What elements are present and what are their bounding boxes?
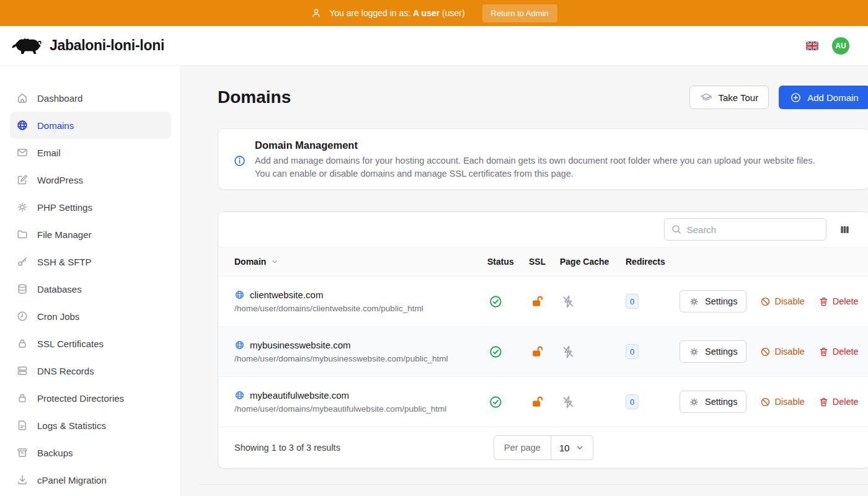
columns-icon [839, 224, 851, 236]
info-icon [233, 154, 246, 167]
sidebar-item-domains[interactable]: Domains [10, 112, 171, 139]
key-icon [16, 255, 29, 268]
boar-logo [11, 35, 42, 57]
table-header-row: Domain Status SSL Page Cache Redirects [218, 247, 868, 277]
banner-text: You are logged in as: A user (user) [329, 8, 464, 18]
slash-circle-icon [760, 347, 771, 357]
column-header-domain[interactable]: Domain [218, 257, 487, 267]
results-summary: Showing 1 to 3 of 3 results [234, 443, 340, 453]
globe-icon [234, 390, 245, 401]
domain-name[interactable]: clientwebsite.com [250, 290, 323, 300]
gear-icon [16, 201, 29, 213]
banner-username: A user [413, 8, 440, 18]
sidebar-item-logs-statistics[interactable]: Logs & Statistics [10, 412, 171, 439]
search-icon [671, 224, 682, 235]
column-header-ssl: SSL [529, 257, 560, 267]
globe-icon [16, 119, 29, 131]
sidebar-item-php-settings[interactable]: PHP Settings [10, 193, 171, 221]
domains-table-card: Domain Status SSL Page Cache Redirects c… [218, 211, 868, 469]
sidebar-item-databases[interactable]: Databases [10, 275, 171, 303]
trash-icon [818, 397, 829, 407]
delete-button[interactable]: Delete [818, 397, 859, 407]
folder-icon [16, 228, 29, 241]
page-cache-off-icon[interactable] [561, 395, 575, 409]
table-row: mybeautifulwebsite.com /home/user/domain… [218, 377, 868, 427]
chevron-down-icon [270, 257, 279, 266]
per-page-select[interactable]: 10 [551, 436, 593, 459]
domain-path: /home/user/domains/clientwebsite.com/pub… [234, 304, 487, 313]
settings-button[interactable]: Settings [680, 290, 746, 312]
sidebar: Dashboard Domains Email WordPress PHP Se… [0, 66, 180, 496]
server-icon [16, 365, 29, 377]
trash-icon [818, 347, 829, 357]
impersonation-banner: You are logged in as: A user (user) Retu… [0, 0, 868, 26]
table-row: clientwebsite.com /home/user/domains/cli… [218, 277, 868, 327]
edit-icon [16, 174, 29, 186]
disable-button[interactable]: Disable [760, 347, 804, 357]
avatar[interactable]: AU [832, 37, 849, 55]
sidebar-item-ssl-certificates[interactable]: SSL Certificates [10, 330, 171, 357]
redirects-count-badge[interactable]: 0 [626, 344, 639, 359]
database-icon [16, 283, 29, 295]
domain-name[interactable]: mybeautifulwebsite.com [250, 390, 349, 401]
search-input[interactable] [687, 224, 820, 235]
home-icon [16, 92, 29, 104]
domain-name[interactable]: mybusinesswebsite.com [250, 340, 351, 350]
table-row: mybusinesswebsite.com /home/user/domains… [218, 327, 868, 377]
sidebar-item-protected-directories[interactable]: Protected Directories [10, 384, 171, 412]
lock-icon [16, 337, 29, 350]
status-enabled-icon [489, 294, 503, 309]
per-page-label: Per page [494, 436, 551, 459]
gear-icon [689, 347, 699, 357]
archive-icon [16, 446, 29, 459]
banner-role: (user) [442, 8, 465, 18]
sidebar-item-dashboard[interactable]: Dashboard [10, 84, 171, 112]
ssl-unlocked-icon[interactable] [530, 345, 544, 359]
clock-icon [16, 310, 29, 322]
delete-button[interactable]: Delete [818, 296, 859, 307]
brand-title: Jabaloni-loni-loni [50, 37, 164, 54]
domain-path: /home/user/domains/mybeautifulwebsite.co… [234, 404, 487, 414]
delete-button[interactable]: Delete [818, 347, 859, 357]
ssl-unlocked-icon[interactable] [530, 294, 544, 309]
info-card-description: Add and manage domains for your hosting … [255, 154, 819, 180]
sidebar-item-cpanel-migration[interactable]: cPanel Migration [10, 466, 171, 494]
bottom-divider [198, 484, 868, 485]
page-cache-off-icon[interactable] [561, 294, 575, 309]
status-enabled-icon [489, 345, 503, 359]
disable-button[interactable]: Disable [760, 397, 804, 407]
person-icon [311, 7, 322, 19]
plus-circle-icon [790, 92, 802, 104]
page-cache-off-icon[interactable] [561, 345, 575, 359]
sidebar-item-wordpress[interactable]: WordPress [10, 166, 171, 193]
table-footer: Showing 1 to 3 of 3 results Per page 10 [218, 427, 868, 468]
settings-button[interactable]: Settings [680, 340, 746, 363]
take-tour-button[interactable]: Take Tour [689, 86, 769, 109]
redirects-count-badge[interactable]: 0 [626, 394, 639, 409]
redirects-count-badge[interactable]: 0 [626, 294, 639, 309]
mail-icon [16, 146, 29, 159]
info-card-title: Domain Management [255, 138, 819, 152]
sidebar-item-file-manager[interactable]: File Manager [10, 221, 171, 248]
app-header: Jabaloni-loni-loni AU [0, 26, 868, 66]
sidebar-item-email[interactable]: Email [10, 139, 171, 166]
sidebar-item-ssh-sftp[interactable]: SSH & SFTP [10, 248, 171, 275]
column-toggle-button[interactable] [838, 223, 852, 237]
uk-flag-icon[interactable] [806, 42, 818, 50]
chevron-down-icon [575, 443, 585, 453]
disable-button[interactable]: Disable [760, 296, 804, 307]
settings-button[interactable]: Settings [680, 391, 746, 413]
gear-icon [689, 397, 699, 407]
add-domain-button[interactable]: Add Domain [779, 86, 868, 109]
column-header-status: Status [487, 257, 529, 267]
sidebar-item-backups[interactable]: Backups [10, 439, 171, 466]
sidebar-item-cron-jobs[interactable]: Cron Jobs [10, 303, 171, 330]
sidebar-item-dns-records[interactable]: DNS Records [10, 357, 171, 384]
column-header-redirects: Redirects [626, 257, 680, 267]
return-to-admin-button[interactable]: Return to Admin [482, 4, 557, 22]
ssl-unlocked-icon[interactable] [530, 395, 544, 409]
page-title: Domains [218, 86, 291, 109]
slash-circle-icon [760, 397, 771, 407]
graduation-cap-icon [700, 91, 712, 104]
per-page-control: Per page 10 [494, 435, 594, 460]
